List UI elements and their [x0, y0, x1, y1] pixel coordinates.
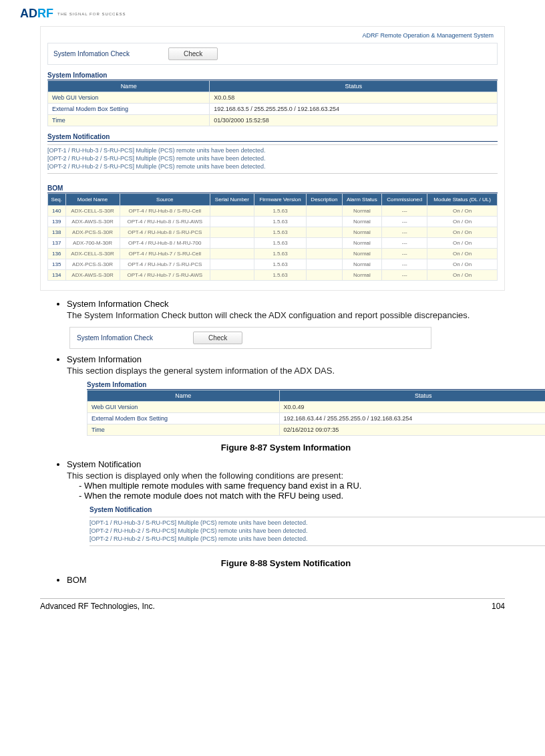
bom-cell: --- [382, 270, 427, 281]
cell-status: X0.0.49 [279, 402, 545, 413]
sub-cond-1: When multiple remote modules with same f… [79, 481, 505, 491]
notification-line: [OPT-2 / RU-Hub-2 / S-RU-PCS] Multiple (… [89, 535, 545, 543]
bom-title: BOM [47, 184, 498, 193]
bom-cell: On / On [427, 217, 498, 227]
bom-cell [307, 259, 342, 270]
bom-cell: On / On [427, 227, 498, 238]
footer-company: Advanced RF Technologies, Inc. [40, 602, 155, 611]
bom-cell: 1.5.63 [254, 238, 306, 249]
system-info-table-2: Name Status Web GUI VersionX0.0.49Extern… [87, 390, 545, 436]
notification-line: [OPT-2 / RU-Hub-2 / S-RU-PCS] Multiple (… [47, 154, 498, 162]
mini-check-button[interactable]: Check [193, 332, 242, 344]
bom-cell [210, 270, 254, 281]
bom-cell [307, 227, 342, 238]
bullet-bom: BOM [67, 575, 505, 585]
screenshot-main: ADRF Remote Operation & Management Syste… [40, 26, 505, 291]
bom-cell: 1.5.63 [254, 249, 306, 259]
bom-cell: ADX-CELL-S-30R [65, 206, 120, 217]
notification-line: [OPT-1 / RU-Hub-3 / S-RU-PCS] Multiple (… [47, 146, 498, 154]
bom-col-header: Commissioned [382, 194, 427, 206]
col-status: Status [210, 81, 498, 92]
system-info-table: Name Status Web GUI VersionX0.0.58Extern… [47, 80, 498, 126]
table-row: External Modem Box Setting192.168.63.44 … [87, 413, 546, 424]
bom-cell [307, 217, 342, 227]
check-button[interactable]: Check [168, 47, 218, 60]
bom-cell [210, 249, 254, 259]
bom-cell: 135 [48, 259, 66, 270]
table-row: 135ADX-PCS-S-30ROPT-4 / RU-Hub-7 / S-RU-… [48, 259, 498, 270]
bom-cell [210, 259, 254, 270]
page-footer: Advanced RF Technologies, Inc. 104 [40, 598, 505, 611]
bom-cell: 140 [48, 206, 66, 217]
bom-cell: On / On [427, 238, 498, 249]
bom-col-header: Alarm Status [342, 194, 382, 206]
bullet-sys-notif-body: This section is displayed only when the … [67, 471, 505, 481]
bom-cell: OPT-4 / RU-Hub-8 / S-RU-Cell [120, 206, 210, 217]
cell-name: Time [48, 115, 210, 126]
bom-cell: 134 [48, 270, 66, 281]
banner-title: ADRF Remote Operation & Management Syste… [47, 31, 498, 43]
mini-check-label: System Infomation Check [77, 334, 184, 342]
cell-name: Time [87, 424, 280, 436]
bullet-sys-info-check: System Information Check [67, 299, 505, 309]
bom-col-header: Firmware Version [254, 194, 306, 206]
bom-cell: On / On [427, 259, 498, 270]
bom-cell: ADX-AWS-S-30R [65, 217, 120, 227]
cell-name: Web GUI Version [87, 402, 280, 413]
cell-status: 02/16/2012 09:07:35 [279, 424, 545, 436]
bom-col-header: Source [120, 194, 210, 206]
bom-cell: OPT-4 / RU-Hub-7 / S-RU-PCS [120, 259, 210, 270]
bom-cell [307, 206, 342, 217]
bullet-sys-info-body: This section displays the general system… [67, 366, 505, 376]
bom-cell: Normal [342, 238, 382, 249]
doc-header: ADRF THE SIGNAL FOR SUCCESS [20, 7, 525, 21]
sub-cond-2: When the remote module does not match wi… [79, 491, 505, 501]
system-info-check-label: System Infomation Check [53, 50, 160, 57]
cell-name: Web GUI Version [48, 92, 210, 104]
col-name-2: Name [87, 390, 280, 402]
bom-cell: On / On [427, 270, 498, 281]
cell-status: 192.168.63.5 / 255.255.255.0 / 192.168.6… [210, 104, 498, 115]
bullet-sys-notif: System Notification [67, 459, 505, 469]
table-row: 139ADX-AWS-S-30ROPT-4 / RU-Hub-8 / S-RU-… [48, 217, 498, 227]
bom-cell: ADX-PCS-S-30R [65, 227, 120, 238]
table-row: 134ADX-AWS-S-30ROPT-4 / RU-Hub-7 / S-RU-… [48, 270, 498, 281]
bom-cell [210, 206, 254, 217]
bom-col-header: Module Status (DL / UL) [427, 194, 498, 206]
table-row: 136ADX-CELL-S-30ROPT-4 / RU-Hub-7 / S-RU… [48, 249, 498, 259]
bom-cell: 1.5.63 [254, 206, 306, 217]
logo-rf: RF [37, 7, 53, 20]
system-notification-list-2: [OPT-1 / RU-Hub-3 / S-RU-PCS] Multiple (… [89, 519, 545, 543]
bullet-sys-info: System Information [67, 354, 505, 364]
system-notification-title: System Notification [47, 133, 498, 142]
cell-status: 01/30/2000 15:52:58 [210, 115, 498, 126]
bom-col-header: Seq. [48, 194, 66, 206]
bom-cell [210, 227, 254, 238]
system-info-check-row: System Infomation Check Check [47, 43, 498, 65]
bom-cell: --- [382, 259, 427, 270]
notification-line: [OPT-2 / RU-Hub-2 / S-RU-PCS] Multiple (… [47, 162, 498, 170]
bom-cell: ADX-CELL-S-30R [65, 249, 120, 259]
mini-check-shot: System Infomation Check Check [69, 327, 431, 349]
bom-cell: ADX-AWS-S-30R [65, 270, 120, 281]
table-row: External Modem Box Setting192.168.63.5 /… [48, 104, 498, 115]
notification-line: [OPT-2 / RU-Hub-2 / S-RU-PCS] Multiple (… [89, 527, 545, 535]
figure-8-88-caption: Figure 8-88 System Notification [67, 558, 505, 568]
system-info-title-2: System Infomation [87, 381, 545, 390]
bom-cell: OPT-4 / RU-Hub-7 / S-RU-AWS [120, 270, 210, 281]
bom-cell: Normal [342, 270, 382, 281]
logo-ad: AD [20, 7, 37, 20]
cell-name: External Modem Box Setting [87, 413, 280, 424]
bom-table: Seq.Model NameSourceSerial NumberFirmwar… [47, 193, 498, 281]
bom-cell [307, 249, 342, 259]
bom-cell [307, 238, 342, 249]
system-notification-title-2: System Notification [89, 506, 545, 514]
bom-cell: OPT-4 / RU-Hub-8 / S-RU-AWS [120, 217, 210, 227]
figure-8-87-caption: Figure 8-87 System Information [67, 443, 505, 453]
bom-cell: 1.5.63 [254, 217, 306, 227]
system-info-title: System Infomation [47, 72, 498, 80]
bom-cell: 137 [48, 238, 66, 249]
bom-cell: --- [382, 217, 427, 227]
bom-cell: --- [382, 249, 427, 259]
bom-cell: OPT-4 / RU-Hub-7 / S-RU-Cell [120, 249, 210, 259]
